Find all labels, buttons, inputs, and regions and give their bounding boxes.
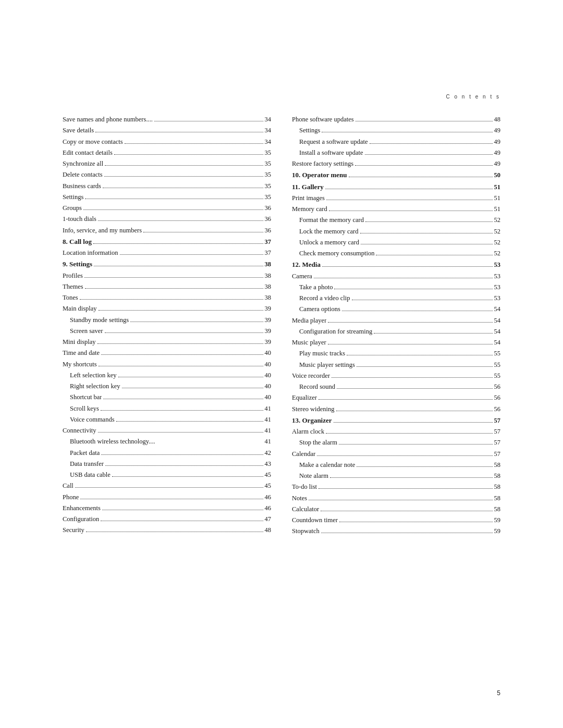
toc-dots bbox=[334, 422, 493, 423]
list-item: Screen saver39 bbox=[63, 326, 271, 337]
toc-dots bbox=[97, 343, 263, 344]
toc-page-number: 53 bbox=[494, 260, 501, 270]
toc-title-text: Enhancements bbox=[63, 503, 101, 514]
list-item: Configuration for streaming54 bbox=[292, 326, 500, 337]
toc-dots bbox=[365, 221, 493, 222]
toc-dots bbox=[321, 533, 493, 533]
toc-page-number: 36 bbox=[265, 225, 272, 236]
list-item: Print images51 bbox=[292, 193, 500, 204]
toc-dots bbox=[130, 322, 263, 322]
toc-dots bbox=[357, 366, 493, 367]
toc-title-text: Shortcut bar bbox=[70, 392, 102, 403]
toc-page-number: 57 bbox=[494, 415, 501, 426]
toc-dots bbox=[374, 333, 492, 334]
toc-title-text: Bluetooth wireless technology.... bbox=[70, 436, 155, 447]
toc-page-number: 41 bbox=[265, 414, 272, 425]
toc-dots bbox=[99, 310, 263, 311]
list-item: Packet data42 bbox=[63, 448, 271, 459]
toc-title-text: Configuration bbox=[63, 514, 99, 525]
toc-dots bbox=[352, 300, 493, 300]
toc-page-number: 38 bbox=[265, 292, 272, 303]
list-item: USB data cable45 bbox=[63, 470, 271, 480]
list-item: Save details34 bbox=[63, 125, 271, 136]
toc-page-number: 49 bbox=[494, 158, 501, 169]
toc-dots bbox=[339, 522, 493, 522]
toc-dots bbox=[98, 220, 263, 221]
toc-title-text: Business cards bbox=[63, 181, 101, 192]
toc-title-text: Stereo widening bbox=[292, 404, 335, 415]
list-item: Alarm clock57 bbox=[292, 426, 500, 437]
toc-dots bbox=[103, 399, 263, 399]
toc-dots bbox=[114, 154, 263, 155]
toc-dots bbox=[322, 266, 493, 267]
toc-title-text: Alarm clock bbox=[292, 426, 324, 437]
toc-title-text: Record a video clip bbox=[299, 293, 350, 304]
toc-page-number: 41 bbox=[265, 403, 272, 414]
toc-dots bbox=[84, 277, 263, 278]
toc-title-text: My shortcuts bbox=[63, 359, 97, 370]
toc-dots bbox=[86, 532, 263, 532]
toc-page-number: 34 bbox=[265, 125, 272, 136]
toc-title-text: Settings bbox=[299, 125, 320, 136]
list-item: Call45 bbox=[63, 480, 271, 491]
toc-dots bbox=[122, 388, 263, 388]
toc-title-text: Tones bbox=[63, 292, 78, 303]
toc-dots bbox=[337, 388, 492, 389]
list-item: Shortcut bar40 bbox=[63, 392, 271, 403]
list-item: Request a software update49 bbox=[292, 137, 500, 147]
list-item: Check memory consumption52 bbox=[292, 248, 500, 259]
toc-dots bbox=[314, 278, 493, 278]
toc-page-number: 55 bbox=[494, 371, 501, 381]
toc-title-text: Request a software update bbox=[299, 137, 368, 147]
toc-page-number: 58 bbox=[494, 460, 501, 471]
toc-title-text: Save names and phone numbers.... bbox=[63, 114, 153, 125]
toc-title-text: 11. Gallery bbox=[292, 181, 324, 193]
list-item: Data transfer43 bbox=[63, 459, 271, 470]
toc-page-number: 39 bbox=[265, 337, 272, 348]
toc-dots bbox=[326, 200, 493, 200]
toc-page-number: 53 bbox=[494, 271, 501, 282]
toc-wrapper: Save names and phone numbers....34Save d… bbox=[63, 114, 500, 537]
toc-page-number: 54 bbox=[494, 304, 501, 315]
toc-dots bbox=[329, 211, 493, 211]
toc-dots bbox=[98, 432, 263, 433]
toc-dots bbox=[104, 176, 263, 177]
toc-page-number: 36 bbox=[265, 203, 272, 214]
toc-page-number: 56 bbox=[494, 381, 501, 392]
toc-page-number: 39 bbox=[265, 326, 272, 337]
toc-dots bbox=[112, 476, 263, 477]
toc-title-text: Time and date bbox=[63, 348, 100, 359]
list-item: Calculator58 bbox=[292, 504, 500, 515]
list-item: Profiles38 bbox=[63, 270, 271, 281]
toc-title-text: Groups bbox=[63, 203, 82, 214]
list-item: Groups36 bbox=[63, 203, 271, 214]
toc-page-number: 58 bbox=[494, 482, 501, 492]
toc-dots bbox=[334, 289, 492, 289]
toc-dots bbox=[326, 433, 492, 434]
list-item: 12. Media53 bbox=[292, 259, 500, 270]
toc-dots bbox=[365, 154, 493, 155]
toc-page-number: 47 bbox=[265, 514, 272, 525]
toc-title-text: Delete contacts bbox=[63, 169, 103, 180]
toc-page-number: 39 bbox=[265, 303, 272, 314]
list-item: Phone software updates48 bbox=[292, 114, 500, 125]
list-item: Equalizer56 bbox=[292, 392, 500, 403]
toc-title-text: Take a photo bbox=[299, 282, 333, 293]
toc-dots bbox=[357, 466, 492, 467]
toc-title-text: 13. Organizer bbox=[292, 415, 332, 426]
toc-title-text: USB data cable bbox=[70, 470, 111, 480]
toc-title-text: Edit contact details bbox=[63, 147, 113, 158]
toc-dots bbox=[80, 299, 263, 300]
toc-title-text: Phone bbox=[63, 492, 79, 503]
list-item: Phone46 bbox=[63, 492, 271, 503]
toc-title-text: Unlock a memory card bbox=[299, 237, 359, 248]
toc-page-number: 35 bbox=[265, 147, 272, 158]
toc-title-text: Note alarm bbox=[299, 471, 328, 482]
list-item: Stop the alarm57 bbox=[292, 437, 500, 448]
toc-title-text: Info, service, and my numbers bbox=[63, 225, 142, 236]
toc-page-number: 52 bbox=[494, 226, 501, 237]
list-item: Settings35 bbox=[63, 192, 271, 203]
toc-page-number: 54 bbox=[494, 337, 501, 348]
toc-page-number: 46 bbox=[265, 492, 272, 503]
toc-dots bbox=[355, 165, 492, 166]
